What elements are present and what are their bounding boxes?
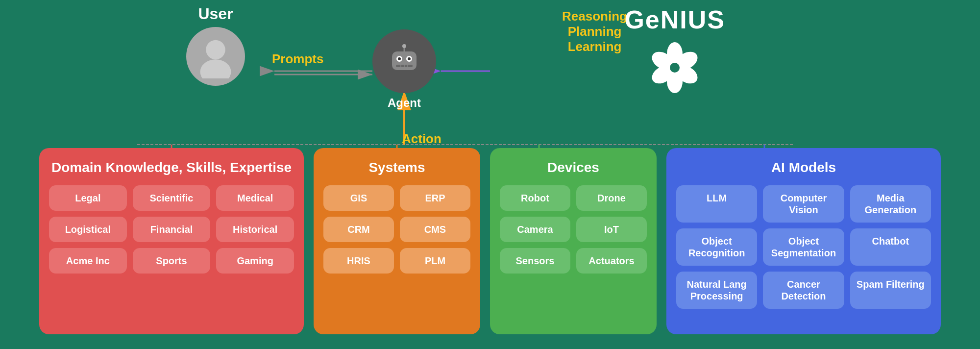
domain-grid: Legal Scientific Medical Logistical Fina… — [49, 185, 294, 274]
agent-section: Agent — [372, 29, 436, 110]
list-item: Financial — [133, 217, 211, 242]
user-label: User — [198, 5, 233, 23]
list-item: Acme Inc — [49, 248, 127, 274]
svg-point-23 — [398, 57, 401, 60]
genius-label: GeNIUS — [624, 5, 725, 34]
list-item: IoT — [576, 217, 647, 242]
list-item: Media Generation — [850, 185, 931, 223]
rpl-text: Reasoning Planning Learning — [562, 9, 627, 54]
list-item: PLM — [400, 248, 470, 274]
list-item: Legal — [49, 185, 127, 211]
agent-label: Agent — [388, 96, 421, 110]
list-item: Cancer Detection — [763, 272, 844, 309]
svg-point-19 — [200, 59, 231, 78]
genius-logo — [645, 38, 704, 97]
list-item: Sports — [133, 248, 211, 274]
list-item: Object Recognition — [676, 228, 757, 266]
list-item: Computer Vision — [763, 185, 844, 223]
list-item: GIS — [323, 185, 394, 211]
svg-point-37 — [670, 63, 680, 73]
list-item: Logistical — [49, 217, 127, 242]
devices-card-title: Devices — [500, 160, 647, 175]
user-section: User — [186, 5, 245, 86]
svg-point-24 — [408, 57, 411, 60]
list-item: Sensors — [500, 248, 570, 274]
systems-card: Systems GIS ERP CRM CMS HRIS PLM — [314, 148, 480, 334]
list-item: Gaming — [216, 248, 294, 274]
svg-point-30 — [402, 44, 406, 48]
list-item: Drone — [576, 185, 647, 211]
genius-section: GeNIUS — [624, 5, 725, 97]
cards-section: Domain Knowledge, Skills, Expertise Lega… — [0, 143, 980, 349]
list-item: Natural Lang Processing — [676, 272, 757, 309]
aimodels-grid: LLM Computer Vision Media Generation Obj… — [676, 185, 931, 309]
agent-circle — [372, 29, 436, 93]
domain-card-title: Domain Knowledge, Skills, Expertise — [49, 160, 294, 175]
list-item: Chatbot — [850, 228, 931, 266]
list-item: Scientific — [133, 185, 211, 211]
list-item: Object Segmentation — [763, 228, 844, 266]
list-item: ERP — [400, 185, 470, 211]
list-item: Robot — [500, 185, 570, 211]
svg-point-18 — [206, 40, 225, 60]
prompts-label: Prompts — [272, 51, 323, 67]
learning-label: Learning — [562, 39, 627, 54]
systems-grid: GIS ERP CRM CMS HRIS PLM — [323, 185, 470, 274]
avatar — [186, 27, 245, 86]
list-item: CMS — [400, 217, 470, 242]
devices-grid: Robot Drone Camera IoT Sensors Actuators — [500, 185, 647, 274]
planning-label: Planning — [562, 24, 627, 39]
reasoning-label: Reasoning — [562, 9, 627, 24]
systems-card-title: Systems — [323, 160, 470, 175]
list-item: Historical — [216, 217, 294, 242]
list-item: Camera — [500, 217, 570, 242]
domain-card: Domain Knowledge, Skills, Expertise Lega… — [39, 148, 304, 334]
list-item: Actuators — [576, 248, 647, 274]
list-item: Spam Filtering — [850, 272, 931, 309]
aimodels-card: AI Models LLM Computer Vision Media Gene… — [666, 148, 941, 334]
list-item: Medical — [216, 185, 294, 211]
devices-card: Devices Robot Drone Camera IoT Sensors A… — [490, 148, 657, 334]
list-item: CRM — [323, 217, 394, 242]
list-item: HRIS — [323, 248, 394, 274]
svg-rect-20 — [392, 51, 416, 70]
list-item: LLM — [676, 185, 757, 223]
aimodels-card-title: AI Models — [676, 160, 931, 175]
